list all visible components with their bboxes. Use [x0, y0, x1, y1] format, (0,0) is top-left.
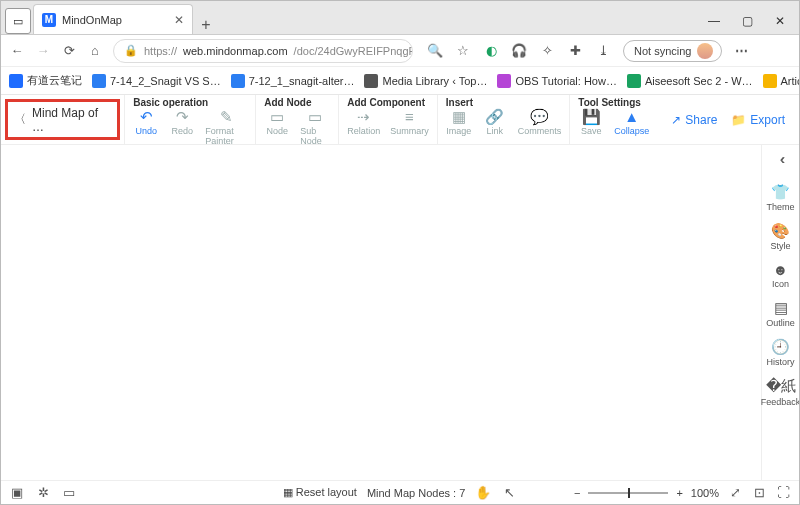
- profile-sync-pill[interactable]: Not syncing: [623, 40, 722, 62]
- toolbar-collapse-button[interactable]: ▲Collapse: [614, 109, 649, 136]
- icon-icon: ☻: [773, 261, 789, 278]
- toolbar-relation-button[interactable]: ⇢Relation: [347, 109, 380, 136]
- zoom-in-button[interactable]: +: [676, 487, 682, 499]
- bookmark-label: Aiseesoft Sec 2 - W…: [645, 75, 753, 87]
- bookmark-item[interactable]: OBS Tutorial: How…: [497, 74, 616, 88]
- bookmark-favicon: [364, 74, 378, 88]
- rail-collapse-button[interactable]: ‹‹: [780, 151, 781, 167]
- downloads-icon[interactable]: ⤓: [595, 43, 611, 59]
- rail-label: History: [766, 357, 794, 367]
- rail-style-button[interactable]: 🎨Style: [770, 222, 790, 251]
- reset-layout-button[interactable]: ▦ Reset layout: [283, 486, 357, 499]
- group-basic-operation: Basic operation↶Undo↷Redo✎Format Painter: [124, 95, 255, 144]
- center-icon[interactable]: ⊡: [751, 485, 767, 501]
- bookmark-favicon: [231, 74, 245, 88]
- toolbar-redo-button[interactable]: ↷Redo: [169, 109, 195, 146]
- toolbar-button-label: Format Painter: [205, 126, 247, 146]
- favorite-icon[interactable]: ☆: [455, 43, 471, 59]
- pointer-tool-icon[interactable]: ↖: [501, 485, 517, 501]
- share-icon: ↗: [671, 113, 681, 127]
- fit-icon[interactable]: ⤢: [727, 485, 743, 501]
- toolbar-format-painter-button[interactable]: ✎Format Painter: [205, 109, 247, 146]
- toolbar-button-label: Save: [581, 126, 602, 136]
- toolbar-image-button[interactable]: ▦Image: [446, 109, 472, 136]
- status-view-icon-2[interactable]: ✲: [35, 485, 51, 501]
- browser-tab[interactable]: M MindOnMap ✕: [33, 4, 193, 34]
- url-path: /doc/24dGwyREIFPnqgF5LBSz…: [294, 45, 413, 57]
- toolbar-save-button[interactable]: 💾Save: [578, 109, 604, 136]
- toolbar-undo-button[interactable]: ↶Undo: [133, 109, 159, 146]
- rail-label: Theme: [766, 202, 794, 212]
- bookmark-favicon: [92, 74, 106, 88]
- extension-icon-2[interactable]: 🎧: [511, 43, 527, 59]
- fullscreen-icon[interactable]: ⛶: [775, 485, 791, 501]
- menu-button[interactable]: ⋯: [734, 43, 750, 59]
- export-button[interactable]: 📁Export: [731, 113, 785, 127]
- url-field[interactable]: 🔒 https://web.mindonmap.com/doc/24dGwyRE…: [113, 39, 413, 63]
- rail-label: Icon: [772, 279, 789, 289]
- format-painter-icon: ✎: [220, 109, 233, 125]
- rail-theme-button[interactable]: 👕Theme: [766, 183, 794, 212]
- canvas-area[interactable]: [1, 145, 761, 480]
- zoom-out-button[interactable]: −: [574, 487, 580, 499]
- toolbar-button-label: Relation: [347, 126, 380, 136]
- bookmark-favicon: [9, 74, 23, 88]
- rail-icon-button[interactable]: ☻Icon: [772, 261, 789, 289]
- bookmark-label: 7-12_1_snagit-alter…: [249, 75, 355, 87]
- toolbar-button-label: Undo: [135, 126, 157, 136]
- image-icon: ▦: [452, 109, 466, 125]
- tab-close-icon[interactable]: ✕: [174, 13, 184, 27]
- extension-icon-1[interactable]: ◐: [483, 43, 499, 59]
- close-window-button[interactable]: ✕: [775, 14, 785, 28]
- bookmark-item[interactable]: 7-14_2_Snagit VS S…: [92, 74, 221, 88]
- group-title: Tool Settings: [578, 97, 649, 108]
- group-tool-settings: Tool Settings💾Save▲Collapse: [569, 95, 657, 144]
- toolbar-node-button[interactable]: ▭Node: [264, 109, 290, 146]
- collapse-icon: ▲: [624, 109, 639, 125]
- extensions-icon[interactable]: ✧: [539, 43, 555, 59]
- bookmark-label: Media Library ‹ Top…: [382, 75, 487, 87]
- rail-outline-button[interactable]: ▤Outline: [766, 299, 795, 328]
- bookmarks-bar: 有道云笔记7-14_2_Snagit VS S…7-12_1_snagit-al…: [1, 67, 799, 95]
- new-tab-button[interactable]: +: [193, 16, 219, 34]
- bookmark-item[interactable]: 7-12_1_snagit-alter…: [231, 74, 355, 88]
- rail-history-button[interactable]: 🕘History: [766, 338, 794, 367]
- zoom-slider[interactable]: [588, 492, 668, 494]
- status-view-icon-3[interactable]: ▭: [61, 485, 77, 501]
- doc-title: Mind Map of …: [32, 106, 111, 134]
- share-export-area: ↗Share 📁Export: [657, 95, 799, 144]
- status-view-icon-1[interactable]: ▣: [9, 485, 25, 501]
- bookmark-item[interactable]: Media Library ‹ Top…: [364, 74, 487, 88]
- url-host: web.mindonmap.com: [183, 45, 288, 57]
- outline-icon: ▤: [774, 299, 788, 317]
- back-title-panel[interactable]: 〈 Mind Map of …: [5, 99, 120, 140]
- maximize-button[interactable]: ▢: [742, 14, 753, 28]
- undo-icon: ↶: [140, 109, 153, 125]
- sub-node-icon: ▭: [308, 109, 322, 125]
- toolbar-comments-button[interactable]: 💬Comments: [518, 109, 562, 136]
- bookmark-item[interactable]: 有道云笔记: [9, 73, 82, 88]
- bookmark-item[interactable]: Aiseesoft Sec 2 - W…: [627, 74, 753, 88]
- share-button[interactable]: ↗Share: [671, 113, 717, 127]
- nav-back-button[interactable]: ←: [9, 43, 25, 59]
- zoom-icon[interactable]: 🔍: [427, 43, 443, 59]
- minimize-button[interactable]: —: [708, 14, 720, 28]
- comments-icon: 💬: [530, 109, 549, 125]
- toolbar-sub-node-button[interactable]: ▭Sub Node: [300, 109, 330, 146]
- profile-avatar: [697, 43, 713, 59]
- back-chevron-icon: 〈: [14, 111, 26, 128]
- toolbar-summary-button[interactable]: ≡Summary: [390, 109, 429, 136]
- hand-tool-icon[interactable]: ✋: [475, 485, 491, 501]
- nav-home-button[interactable]: ⌂: [87, 43, 103, 59]
- collections-icon[interactable]: ✚: [567, 43, 583, 59]
- rail-feedback-button[interactable]: �紙Feedback: [761, 377, 800, 407]
- nav-refresh-button[interactable]: ⟳: [61, 43, 77, 59]
- group-title: Add Component: [347, 97, 429, 108]
- group-title: Add Node: [264, 97, 330, 108]
- bookmark-item[interactable]: Article-Drafts - Goo…: [763, 74, 799, 88]
- toolbar-button-label: Collapse: [614, 126, 649, 136]
- toolbar-link-button[interactable]: 🔗Link: [482, 109, 508, 136]
- nav-forward-button: →: [35, 43, 51, 59]
- group-add-component: Add Component⇢Relation≡Summary: [338, 95, 437, 144]
- tab-overview-button[interactable]: ▭: [5, 8, 31, 34]
